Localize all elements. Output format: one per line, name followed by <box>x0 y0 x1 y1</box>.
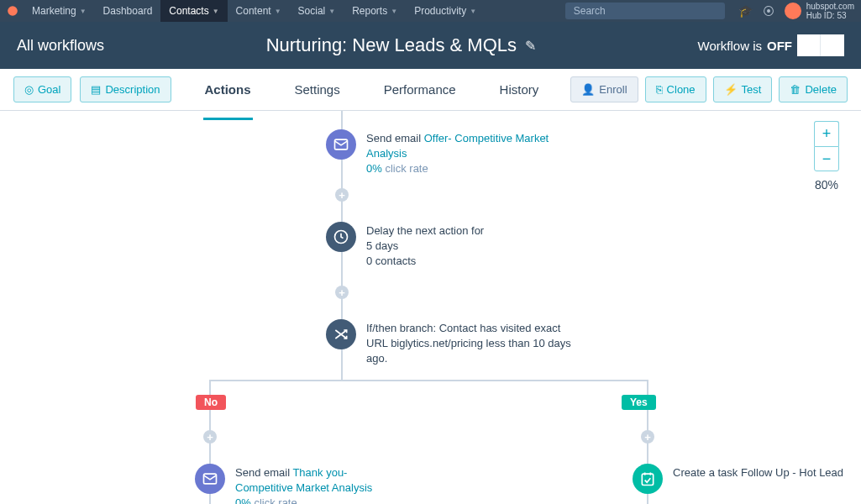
goal-button[interactable]: ◎Goal <box>13 76 71 102</box>
nav-dashboard[interactable]: Dashboard <box>95 0 161 22</box>
broadcast-icon[interactable]: ⦿ <box>763 4 774 18</box>
tab-settings[interactable]: Settings <box>293 71 342 108</box>
nav-marketing[interactable]: Marketing▼ <box>24 0 95 22</box>
workflow-header: All workflows Nurturing: New Leads & MQL… <box>0 22 861 69</box>
workflow-status-value: OFF <box>767 39 792 53</box>
enroll-button[interactable]: 👤Enroll <box>570 76 638 102</box>
workflow-canvas[interactable]: + − 80% Send email Offer- Competitive Ma… <box>0 111 861 504</box>
lightning-icon: ⚡ <box>724 83 738 96</box>
clock-icon <box>326 222 356 252</box>
zoom-in-button[interactable]: + <box>814 121 839 146</box>
nav-reports[interactable]: Reports▼ <box>344 0 406 22</box>
branch-no-badge: No <box>196 395 226 410</box>
test-button[interactable]: ⚡Test <box>713 76 773 102</box>
person-icon: 👤 <box>581 83 595 96</box>
branch-yes-badge: Yes <box>622 395 656 410</box>
top-navbar: Marketing▼ Dashboard Contacts▼ Content▼ … <box>0 0 861 22</box>
zoom-out-button[interactable]: − <box>814 146 839 171</box>
document-icon: ▤ <box>91 83 101 96</box>
chevron-down-icon: ▼ <box>328 8 335 15</box>
breadcrumb-all-workflows[interactable]: All workflows <box>17 37 104 55</box>
zoom-level: 80% <box>814 178 839 192</box>
nav-content[interactable]: Content▼ <box>228 0 290 22</box>
tab-history[interactable]: History <box>498 71 541 108</box>
pencil-icon[interactable]: ✎ <box>525 38 536 54</box>
clone-icon: ⎘ <box>656 83 663 96</box>
trash-icon: 🗑 <box>790 83 801 96</box>
clone-button[interactable]: ⎘Clone <box>645 76 706 102</box>
description-button[interactable]: ▤Description <box>80 76 171 102</box>
svg-point-0 <box>8 6 18 16</box>
tab-performance[interactable]: Performance <box>382 71 458 108</box>
account-info[interactable]: hubspot.com Hub ID: 53 <box>806 2 854 20</box>
workflow-status-label: Workflow is <box>698 39 762 53</box>
nav-social[interactable]: Social▼ <box>290 0 344 22</box>
email-icon <box>195 464 225 494</box>
academy-icon[interactable]: 🎓 <box>738 4 753 18</box>
task-icon <box>633 464 663 494</box>
workflow-toggle[interactable] <box>797 34 844 56</box>
branch-icon <box>326 319 356 349</box>
delete-button[interactable]: 🗑Delete <box>779 76 848 102</box>
action-send-email-1[interactable]: Send email Offer- Competitive Market Ana… <box>326 129 585 177</box>
add-action-no-branch[interactable]: + <box>203 430 217 444</box>
search-input[interactable] <box>565 3 725 19</box>
chevron-down-icon: ▼ <box>470 8 476 15</box>
chevron-down-icon: ▼ <box>391 8 397 15</box>
workflow-title: Nurturing: New Leads & MQLs <box>266 34 517 56</box>
chevron-down-icon: ▼ <box>213 8 219 15</box>
action-delay[interactable]: Delay the next action for 5 days 0 conta… <box>326 222 484 270</box>
svg-rect-4 <box>642 474 653 485</box>
nav-contacts[interactable]: Contacts▼ <box>160 0 227 22</box>
workflow-toolbar: ◎Goal ▤Description Actions Settings Perf… <box>0 69 861 111</box>
target-icon: ◎ <box>24 83 34 96</box>
nav-productivity[interactable]: Productivity▼ <box>406 0 485 22</box>
chevron-down-icon: ▼ <box>80 8 87 15</box>
user-avatar[interactable] <box>785 3 801 19</box>
action-if-then-branch[interactable]: If/then branch: Contact has visited exac… <box>326 319 585 367</box>
add-action-button-2[interactable]: + <box>335 286 349 299</box>
zoom-controls: + − 80% <box>814 121 839 192</box>
add-action-yes-branch[interactable]: + <box>641 430 654 444</box>
hubspot-logo-icon <box>7 5 18 17</box>
action-send-email-2[interactable]: Send email Thank you- Competitive Market… <box>195 464 403 504</box>
action-create-task[interactable]: Create a task Follow Up - Hot Lead <box>633 464 843 494</box>
chevron-down-icon: ▼ <box>275 8 281 15</box>
add-action-button-1[interactable]: + <box>335 188 349 202</box>
email-icon <box>326 129 356 160</box>
